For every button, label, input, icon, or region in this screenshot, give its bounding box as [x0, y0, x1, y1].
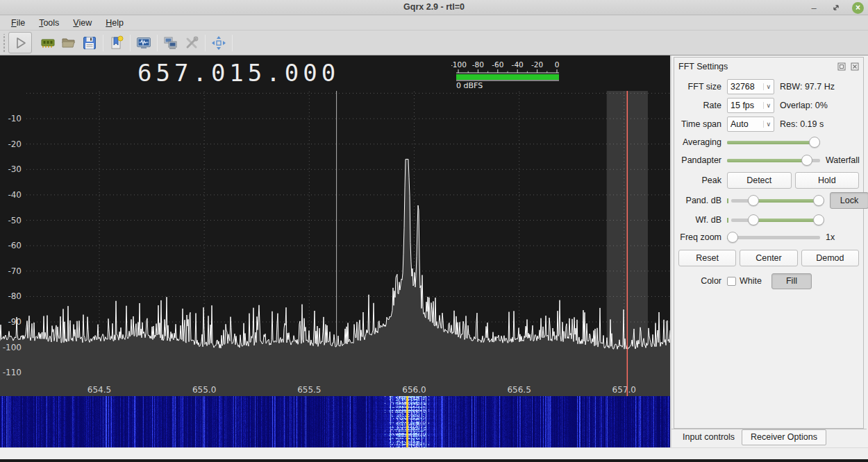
svg-text:656.5: 656.5 — [507, 385, 531, 395]
minimize-button[interactable]: – — [808, 1, 820, 14]
rate-select[interactable]: 15 fps ∨ — [727, 98, 774, 113]
dsp-settings-button[interactable] — [133, 33, 154, 53]
svg-text:-20: -20 — [8, 139, 22, 149]
toolbar-separator — [130, 35, 131, 51]
float-icon — [837, 62, 846, 71]
svg-text:654.5: 654.5 — [87, 385, 111, 395]
wf-db-label: Wf. dB — [678, 215, 721, 225]
remote-control-button[interactable] — [160, 33, 181, 53]
peak-label: Peak — [678, 176, 721, 185]
fft-size-label: FFT size — [678, 82, 721, 92]
monitor-waveform-icon — [135, 35, 152, 51]
averaging-slider[interactable] — [727, 137, 820, 148]
color-label: Color — [678, 276, 721, 286]
fft-settings-panel: FFT Settings FFT size 3276 — [674, 57, 864, 429]
svg-text:-20: -20 — [531, 60, 543, 69]
open-folder-icon — [60, 35, 77, 51]
window-bottom-edge — [0, 459, 868, 462]
svg-text:-60: -60 — [8, 241, 22, 250]
dock-tabbar: Input controls Receiver Options — [671, 429, 867, 447]
toolbar-separator — [157, 35, 158, 51]
close-button[interactable]: × — [852, 2, 864, 14]
pandapter-db-range-slider[interactable] — [731, 195, 824, 206]
play-icon — [12, 35, 28, 51]
chevron-down-icon: ∨ — [763, 102, 771, 109]
range-high-handle[interactable] — [813, 214, 824, 225]
titlebar: Gqrx 2.9 - rtl=0 – × — [0, 0, 868, 15]
range-low-handle[interactable] — [748, 195, 759, 206]
maximize-button[interactable] — [830, 1, 842, 14]
range-low-handle[interactable] — [748, 214, 759, 225]
crossed-tools-icon — [183, 35, 200, 51]
toolbar-separator — [232, 35, 233, 51]
overlap-info: Overlap: 0% — [780, 101, 828, 110]
load-settings-button[interactable] — [58, 33, 79, 53]
averaging-slider-handle[interactable] — [809, 137, 820, 148]
spectrum-area: 657.015.000 -100-80-60-40-2000 dBFS -10-… — [0, 55, 671, 447]
menu-help[interactable]: Help — [99, 17, 131, 29]
time-span-select[interactable]: Auto ∨ — [727, 117, 774, 132]
rate-label: Rate — [678, 101, 721, 110]
toolbar-separator — [205, 35, 206, 51]
svg-text:-70: -70 — [8, 266, 22, 276]
svg-text:-40: -40 — [512, 60, 524, 69]
svg-text:-40: -40 — [8, 190, 22, 200]
svg-text:-90: -90 — [8, 317, 22, 327]
configure-io-devices-button[interactable] — [37, 33, 58, 53]
svg-text:-100: -100 — [451, 60, 467, 69]
lock-button[interactable]: Lock — [830, 192, 868, 209]
chevron-down-icon: ∨ — [763, 83, 771, 90]
toolbar-separator — [103, 35, 103, 51]
tools-button[interactable] — [181, 33, 202, 53]
range-high-handle[interactable] — [813, 195, 824, 206]
fill-button[interactable]: Fill — [771, 273, 812, 289]
bookmarks-button[interactable] — [106, 33, 127, 53]
menu-view[interactable]: View — [66, 17, 99, 29]
frequency-display[interactable]: 657.015.000 — [137, 59, 340, 87]
pandapter-waterfall-split-slider[interactable] — [727, 155, 820, 166]
svg-text:656.0: 656.0 — [402, 385, 426, 395]
menu-file[interactable]: File — [4, 17, 32, 29]
split-slider-handle[interactable] — [801, 155, 812, 166]
menu-tools[interactable]: Tools — [32, 17, 66, 29]
window-bottom-margin — [0, 447, 868, 459]
rbw-info: RBW: 97.7 Hz — [780, 82, 835, 92]
bookmark-icon — [108, 35, 125, 51]
range-tick — [727, 198, 728, 203]
peak-hold-button[interactable]: Hold — [795, 172, 860, 189]
svg-text:-110: -110 — [3, 368, 22, 377]
center-button[interactable]: Center — [740, 250, 797, 266]
tab-input-controls[interactable]: Input controls — [676, 429, 742, 445]
reset-button[interactable]: Reset — [678, 250, 736, 266]
svg-text:-60: -60 — [492, 60, 503, 69]
save-settings-button[interactable] — [79, 33, 100, 53]
freq-zoom-handle[interactable] — [727, 232, 738, 243]
svg-text:657.0: 657.0 — [612, 385, 636, 395]
waterfall-display[interactable] — [0, 396, 670, 447]
svg-text:0 dBFS: 0 dBFS — [456, 81, 483, 90]
fft-size-select[interactable]: 32768 ∨ — [727, 79, 774, 94]
panel-title: FFT Settings — [678, 62, 833, 71]
signal-strength-meter: -100-80-60-40-2000 dBFS — [451, 60, 566, 92]
toolbar-drag-handle[interactable] — [1, 34, 7, 52]
peak-detect-button[interactable]: Detect — [727, 172, 792, 189]
demod-button[interactable]: Demod — [801, 250, 859, 266]
close-panel-button[interactable] — [850, 62, 859, 71]
svg-text:-10: -10 — [8, 114, 22, 123]
range-tick — [727, 218, 728, 223]
pandapter-plot[interactable]: -10-20-30-40-50-60-70-80-90-100-110654.5… — [0, 55, 670, 396]
svg-text:-50: -50 — [8, 216, 22, 225]
tab-receiver-options[interactable]: Receiver Options — [742, 429, 826, 445]
resolution-info: Res: 0.19 s — [780, 119, 824, 129]
svg-text:-30: -30 — [8, 164, 22, 174]
pand-db-label: Pand. dB — [678, 196, 721, 205]
float-panel-button[interactable] — [837, 62, 846, 71]
white-checkbox[interactable] — [727, 277, 736, 286]
waterfall-label: Waterfall — [826, 155, 860, 165]
window-title: Gqrx 2.9 - rtl=0 — [0, 2, 868, 12]
freq-zoom-slider[interactable] — [727, 232, 820, 243]
white-checkbox-label: White — [740, 276, 762, 286]
fullscreen-button[interactable] — [208, 33, 229, 53]
start-dsp-button[interactable] — [8, 32, 32, 53]
waterfall-db-range-slider[interactable] — [731, 214, 824, 225]
